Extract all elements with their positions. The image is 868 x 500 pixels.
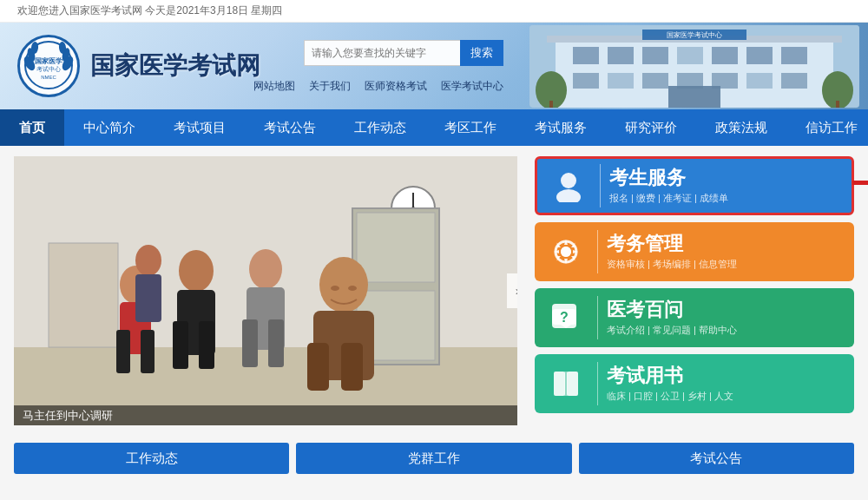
svg-rect-64 [135, 274, 161, 322]
svg-text:马主任到中心调研: 马主任到中心调研 [23, 409, 113, 422]
nav: 首页 中心简介 考试项目 考试公告 工作动态 考区工作 考试服务 研究评价 政策… [0, 109, 868, 146]
header-link-sitemap[interactable]: 网站地图 [253, 79, 295, 94]
nav-item-news[interactable]: 工作动态 [335, 109, 425, 146]
btn-text-yikao: 医考百问 考试介绍 | 常见问题 | 帮助中心 [607, 299, 842, 336]
svg-rect-27 [668, 86, 720, 108]
nav-item-region[interactable]: 考区工作 [425, 109, 516, 146]
svg-rect-42 [357, 213, 435, 282]
nav-item-research[interactable]: 研究评价 [606, 109, 696, 146]
svg-point-49 [179, 250, 214, 292]
tab-party[interactable]: 党群工作 [296, 443, 571, 474]
btn-divider-3 [597, 296, 598, 339]
svg-rect-15 [642, 47, 668, 64]
arrow-line [852, 181, 868, 185]
svg-point-68 [556, 189, 581, 202]
header: 国家医学 考试中心 NMEC 国家医学考试网 搜索 网站地图 关于我们 医师资格… [0, 23, 868, 109]
header-links: 网站地图 关于我们 医师资格考试 医学考试中心 [253, 79, 503, 94]
logo-title: 国家医学考试网 [90, 49, 260, 82]
svg-rect-48 [141, 330, 155, 373]
bottom-tabs: 工作动态 党群工作 考试公告 [0, 436, 868, 481]
header-building-area: 国家医学考试中心 [521, 23, 868, 109]
svg-rect-16 [677, 47, 703, 64]
search-area: 搜索 [304, 40, 503, 66]
svg-rect-52 [199, 321, 214, 369]
service-btn-yikao[interactable]: ? 医考百问 考试介绍 | 常见问题 | 帮助中心 [535, 288, 854, 347]
svg-rect-17 [712, 47, 738, 64]
btn-title-kaowu: 考务管理 [607, 233, 842, 255]
svg-rect-14 [608, 47, 634, 64]
btn-title-yikao: 医考百问 [607, 299, 842, 321]
svg-rect-76 [554, 372, 565, 396]
header-link-about[interactable]: 关于我们 [309, 79, 351, 94]
svg-text:国家医学: 国家医学 [35, 56, 62, 65]
svg-rect-31 [549, 101, 553, 108]
svg-point-67 [561, 173, 576, 188]
svg-rect-56 [268, 319, 284, 367]
question-icon: ? [547, 299, 585, 337]
nav-item-home[interactable]: 首页 [0, 109, 64, 146]
svg-text:国家医学考试中心: 国家医学考试中心 [667, 31, 722, 39]
svg-rect-26 [781, 73, 807, 89]
svg-rect-18 [746, 47, 773, 64]
svg-rect-47 [116, 330, 130, 373]
svg-rect-77 [567, 372, 578, 396]
person-icon [549, 167, 588, 205]
svg-point-71 [561, 247, 571, 257]
btn-subtitle-yikao: 考试介绍 | 常见问题 | 帮助中心 [607, 324, 842, 337]
nav-item-intro[interactable]: 中心简介 [64, 109, 155, 146]
svg-rect-19 [781, 47, 807, 64]
btn-subtitle-kaowu: 资格审核 | 考场编排 | 信息管理 [607, 258, 842, 271]
service-btn-kaosheng[interactable]: 考生服务 报名 | 缴费 | 准考证 | 成绩单 [535, 156, 854, 215]
gear-icon [547, 233, 585, 271]
top-bar: 欢迎您进入国家医学考试网 今天是2021年3月18日 星期四 [0, 0, 868, 23]
header-link-yixue[interactable]: 医学考试中心 [441, 79, 503, 94]
nav-item-notice[interactable]: 考试公告 [245, 109, 335, 146]
btn-divider-4 [597, 362, 598, 405]
btn-subtitle-kaosheng: 报名 | 缴费 | 准考证 | 成绩单 [609, 192, 839, 205]
logo-inner: 国家医学 考试中心 NMEC [23, 39, 75, 94]
svg-rect-21 [608, 73, 634, 89]
header-link-yishi[interactable]: 医师资格考试 [365, 79, 427, 94]
btn-text-kaowu: 考务管理 资格审核 | 考场编排 | 信息管理 [607, 233, 842, 270]
svg-rect-44 [49, 243, 118, 347]
svg-point-59 [348, 286, 357, 291]
nav-item-service[interactable]: 考试服务 [516, 109, 606, 146]
nav-item-policy[interactable]: 政策法规 [696, 109, 786, 146]
btn-divider-2 [597, 230, 598, 273]
svg-rect-13 [573, 47, 599, 64]
service-btn-kaowu[interactable]: 考务管理 资格审核 | 考场编排 | 信息管理 [535, 222, 854, 281]
btn-text-kaoshishu: 考试用书 临床 | 口腔 | 公卫 | 乡村 | 人文 [607, 365, 842, 402]
search-input[interactable] [304, 40, 460, 66]
svg-rect-20 [573, 73, 599, 89]
slider-scene: 马主任到中心调研 [14, 156, 517, 425]
svg-point-53 [249, 249, 282, 289]
nav-item-projects[interactable]: 考试项目 [155, 109, 245, 146]
svg-rect-22 [642, 73, 668, 89]
search-button[interactable]: 搜索 [460, 40, 503, 66]
btn-subtitle-kaoshishu: 临床 | 口腔 | 公卫 | 乡村 | 人文 [607, 390, 842, 403]
svg-text:?: ? [560, 310, 569, 325]
svg-rect-33 [836, 101, 839, 108]
svg-text:考试中心: 考试中心 [36, 66, 61, 72]
book-icon [547, 365, 585, 403]
svg-rect-78 [564, 372, 568, 396]
main-content: 马主任到中心调研 › 考生服务 报名 | 缴费 | 准考证 | 成绩单 [0, 146, 868, 436]
svg-rect-55 [242, 319, 258, 367]
btn-title-kaoshishu: 考试用书 [607, 365, 842, 387]
slider-next-arrow[interactable]: › [507, 273, 517, 308]
svg-rect-62 [341, 343, 363, 391]
svg-rect-51 [173, 321, 188, 369]
svg-rect-25 [746, 73, 773, 89]
btn-text-kaosheng: 考生服务 报名 | 缴费 | 准考证 | 成绩单 [609, 167, 839, 204]
tab-exam-notice[interactable]: 考试公告 [579, 443, 854, 474]
right-panel: 考生服务 报名 | 缴费 | 准考证 | 成绩单 考务管理 资格审核 | 考场编… [517, 156, 854, 425]
slider-area: 马主任到中心调研 › [14, 156, 517, 425]
nav-item-petition[interactable]: 信访工作 [786, 109, 868, 146]
welcome-text: 欢迎您进入国家医学考试网 今天是2021年3月18日 星期四 [17, 4, 282, 16]
tab-news[interactable]: 工作动态 [14, 443, 289, 474]
service-btn-kaoshishu[interactable]: 考试用书 临床 | 口腔 | 公卫 | 乡村 | 人文 [535, 354, 854, 413]
btn-title-kaosheng: 考生服务 [609, 167, 839, 189]
svg-rect-61 [307, 343, 329, 391]
svg-text:NMEC: NMEC [41, 75, 56, 80]
svg-point-63 [135, 245, 161, 276]
